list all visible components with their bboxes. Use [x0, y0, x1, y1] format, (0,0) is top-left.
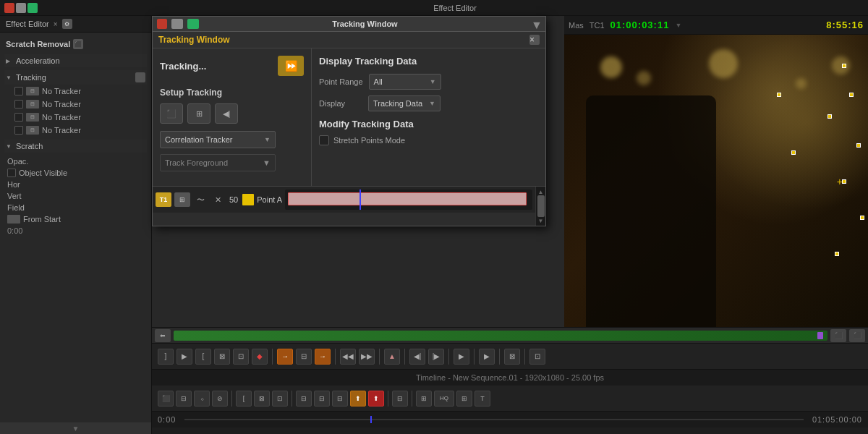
- tb-btn-13[interactable]: ⊞: [456, 391, 472, 407]
- object-visible-checkbox[interactable]: [7, 169, 16, 177]
- track-dot-7: [835, 252, 839, 256]
- tl-t1-btn[interactable]: T1: [156, 192, 171, 207]
- split-btn[interactable]: ⊟: [296, 349, 312, 365]
- tb-btn-7[interactable]: ⊡: [272, 391, 288, 407]
- from-start-icon: [7, 215, 20, 224]
- tb-btn-2[interactable]: ⊟: [176, 391, 192, 407]
- tracker-item-2: ⊟ No Tracker: [4, 98, 147, 111]
- stretch-checkbox[interactable]: [319, 135, 329, 145]
- preview-tc-dropdown[interactable]: ▼: [675, 22, 684, 29]
- tracking-window-max[interactable]: [187, 19, 199, 29]
- step-fwd-btn[interactable]: |▶: [428, 349, 444, 365]
- tb-sep-2: [292, 391, 292, 407]
- tracker-2-checkbox[interactable]: [14, 100, 23, 109]
- tracker-4-checkbox[interactable]: [14, 126, 23, 135]
- tracker-4-name: No Tracker: [42, 126, 81, 135]
- opac-label: Opac.: [7, 157, 28, 166]
- acceleration-header[interactable]: ▶ Acceleration: [4, 54, 147, 67]
- play2-btn[interactable]: ▶: [454, 349, 469, 365]
- tracker-type-select[interactable]: Correlation Tracker ▼: [160, 131, 276, 148]
- tracking-close-sub[interactable]: ×: [529, 35, 540, 45]
- bokeh-5: [832, 56, 850, 75]
- video-preview: Mas TC1 01:00:03:11 ▼ 8:55:16: [564, 16, 868, 327]
- display-select[interactable]: Tracking Data ▼: [368, 95, 441, 111]
- track-icon-prev[interactable]: ◀|: [215, 103, 238, 124]
- min-btn[interactable]: [16, 3, 26, 13]
- tb-sep-4: [412, 391, 412, 407]
- tl-strip-icon-3[interactable]: ⬛: [849, 329, 865, 342]
- tracking-window-chevron[interactable]: ▼: [531, 19, 541, 29]
- tb-btn-red[interactable]: ⬆: [368, 391, 384, 407]
- transport-sep-1: [272, 349, 273, 365]
- track-dot-4: [856, 143, 861, 148]
- tb-btn-upload[interactable]: ⬆: [350, 391, 366, 407]
- transport-sep-5: [448, 349, 449, 365]
- orange-arrow-btn[interactable]: →: [315, 349, 331, 365]
- mark-out-btn[interactable]: [: [195, 349, 211, 365]
- mark-in-btn[interactable]: ]: [158, 349, 174, 365]
- step-back-btn[interactable]: ◀|: [409, 349, 425, 365]
- tb-btn-8[interactable]: ⊟: [296, 391, 312, 407]
- timeline-track-row: T1 ⊞ 〜 ✕ 50 Point A: [153, 187, 535, 213]
- tl-strip-icon-1[interactable]: ⬅: [155, 329, 171, 342]
- track-icon-add[interactable]: ⊞: [187, 103, 210, 124]
- overwrite-btn[interactable]: ⊡: [233, 349, 249, 365]
- red-mark-btn[interactable]: ◆: [252, 349, 268, 365]
- tl-scroll-thumb[interactable]: [537, 195, 545, 217]
- point-range-label: Point Range: [319, 77, 363, 86]
- go-to-btn[interactable]: →: [277, 349, 293, 365]
- scratch-removal-header[interactable]: Scratch Removal ⬛: [4, 37, 147, 51]
- splice-btn[interactable]: ⊠: [214, 349, 230, 365]
- tracking-section-label: Tracking: [16, 73, 46, 82]
- tb-btn-5[interactable]: [: [236, 391, 252, 407]
- effect-editor-close[interactable]: ×: [54, 20, 58, 28]
- tl-cross-btn[interactable]: ✕: [210, 192, 225, 207]
- tb-btn-14[interactable]: T: [475, 391, 490, 407]
- tb-btn-6[interactable]: ⊠: [254, 391, 270, 407]
- tb-btn-1[interactable]: ⬛: [158, 391, 174, 407]
- ff-btn[interactable]: ▶▶: [359, 349, 375, 365]
- pink-up-btn[interactable]: ▲: [384, 349, 400, 365]
- tb-btn-4[interactable]: ⊘: [212, 391, 228, 407]
- tl-icon-btn[interactable]: ⊞: [174, 192, 190, 207]
- track-icon-copy[interactable]: ⬛: [160, 103, 183, 124]
- preview-timecode-yellow: 8:55:16: [826, 20, 864, 30]
- tb-btn-10[interactable]: ⊟: [332, 391, 348, 407]
- tb-btn-12[interactable]: ⊞: [416, 391, 432, 407]
- extra-btn-2[interactable]: ⊡: [529, 349, 545, 365]
- app-title: Effect Editor: [42, 4, 868, 12]
- tracking-window-min[interactable]: [171, 19, 183, 29]
- timeline-track-area: T1 ⊞ 〜 ✕ 50 Point A: [153, 187, 535, 226]
- tracking-header[interactable]: ▼ Tracking: [4, 70, 147, 85]
- tracking-play-btn[interactable]: ⏩: [278, 56, 304, 76]
- tl-strip-icon-2[interactable]: ⬛: [830, 329, 846, 342]
- rw-btn[interactable]: ◀◀: [340, 349, 356, 365]
- preview-mas-label: Mas: [569, 21, 584, 30]
- tb-btn-3[interactable]: ⬦: [194, 391, 210, 407]
- window-controls[interactable]: [0, 3, 42, 13]
- tl-wave-btn[interactable]: 〜: [193, 192, 208, 207]
- timeline-strip: ⬅ ⬛ ⬛: [152, 328, 868, 344]
- tracker-1-checkbox[interactable]: [14, 87, 23, 95]
- tl-scroll-up[interactable]: ▲: [537, 188, 545, 195]
- point-range-select[interactable]: All ▼: [369, 74, 441, 90]
- setup-tracking-label: Setup Tracking: [160, 88, 304, 98]
- tl-scroll-down[interactable]: ▼: [537, 217, 545, 224]
- tracking-window-close[interactable]: [157, 19, 167, 29]
- play-btn[interactable]: ▶: [176, 349, 192, 365]
- play3-btn[interactable]: ▶: [479, 349, 495, 365]
- extra-btn-1[interactable]: ⊠: [504, 349, 520, 365]
- scratch-2-header[interactable]: ▼ Scratch: [4, 140, 147, 153]
- tb-btn-9[interactable]: ⊟: [314, 391, 330, 407]
- tracking-timeline-inner: T1 ⊞ 〜 ✕ 50 Point A: [153, 187, 545, 226]
- display-arrow: ▼: [429, 100, 435, 107]
- left-panel-scroll-down[interactable]: ▼: [0, 422, 151, 434]
- tracker-3-checkbox[interactable]: [14, 113, 23, 122]
- tl-color-square: [242, 194, 254, 205]
- track-mode-select[interactable]: Track Foreground ▼: [160, 154, 276, 171]
- max-btn[interactable]: [27, 3, 38, 13]
- close-btn[interactable]: [4, 3, 14, 13]
- scratch-removal-icon: ⬛: [73, 39, 83, 49]
- tb-btn-11[interactable]: ⊟: [392, 391, 408, 407]
- tracking-window-titlebar: Tracking Window ▼: [153, 17, 545, 32]
